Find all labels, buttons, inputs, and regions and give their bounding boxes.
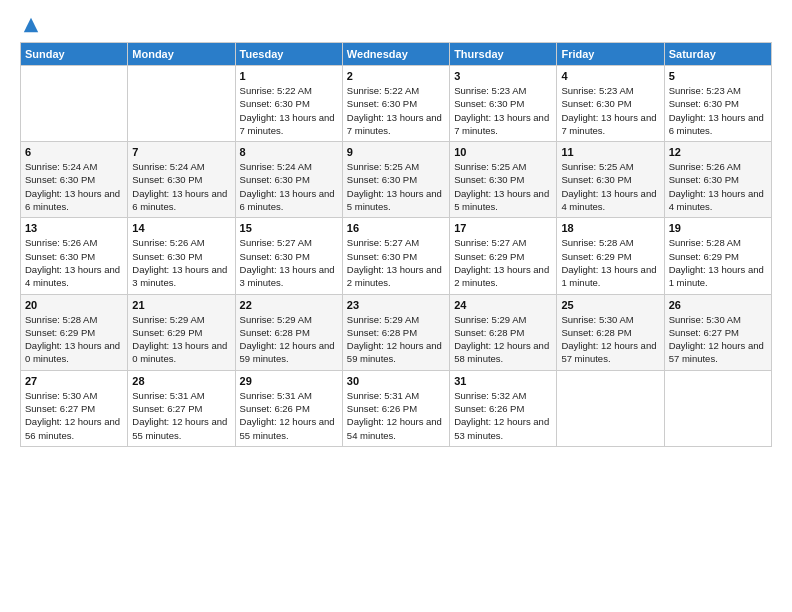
calendar-cell: 7Sunrise: 5:24 AM Sunset: 6:30 PM Daylig… <box>128 142 235 218</box>
day-info: Sunrise: 5:29 AM Sunset: 6:29 PM Dayligh… <box>132 313 230 366</box>
day-number: 23 <box>347 299 445 311</box>
day-info: Sunrise: 5:28 AM Sunset: 6:29 PM Dayligh… <box>561 236 659 289</box>
calendar-cell: 13Sunrise: 5:26 AM Sunset: 6:30 PM Dayli… <box>21 218 128 294</box>
calendar-cell: 6Sunrise: 5:24 AM Sunset: 6:30 PM Daylig… <box>21 142 128 218</box>
calendar-cell: 11Sunrise: 5:25 AM Sunset: 6:30 PM Dayli… <box>557 142 664 218</box>
day-info: Sunrise: 5:31 AM Sunset: 6:26 PM Dayligh… <box>347 389 445 442</box>
day-info: Sunrise: 5:24 AM Sunset: 6:30 PM Dayligh… <box>25 160 123 213</box>
day-number: 26 <box>669 299 767 311</box>
day-number: 7 <box>132 146 230 158</box>
day-number: 30 <box>347 375 445 387</box>
day-number: 24 <box>454 299 552 311</box>
calendar-week-row: 13Sunrise: 5:26 AM Sunset: 6:30 PM Dayli… <box>21 218 772 294</box>
day-number: 11 <box>561 146 659 158</box>
calendar-cell <box>557 370 664 446</box>
weekday-header-saturday: Saturday <box>664 43 771 66</box>
calendar-cell: 26Sunrise: 5:30 AM Sunset: 6:27 PM Dayli… <box>664 294 771 370</box>
day-number: 14 <box>132 222 230 234</box>
day-number: 4 <box>561 70 659 82</box>
day-number: 8 <box>240 146 338 158</box>
weekday-header-row: SundayMondayTuesdayWednesdayThursdayFrid… <box>21 43 772 66</box>
calendar-cell: 15Sunrise: 5:27 AM Sunset: 6:30 PM Dayli… <box>235 218 342 294</box>
logo <box>20 20 40 32</box>
calendar-cell: 9Sunrise: 5:25 AM Sunset: 6:30 PM Daylig… <box>342 142 449 218</box>
day-info: Sunrise: 5:28 AM Sunset: 6:29 PM Dayligh… <box>669 236 767 289</box>
weekday-header-monday: Monday <box>128 43 235 66</box>
day-info: Sunrise: 5:23 AM Sunset: 6:30 PM Dayligh… <box>561 84 659 137</box>
day-info: Sunrise: 5:31 AM Sunset: 6:27 PM Dayligh… <box>132 389 230 442</box>
day-number: 15 <box>240 222 338 234</box>
weekday-header-tuesday: Tuesday <box>235 43 342 66</box>
day-number: 31 <box>454 375 552 387</box>
calendar-table: SundayMondayTuesdayWednesdayThursdayFrid… <box>20 42 772 447</box>
calendar-cell: 28Sunrise: 5:31 AM Sunset: 6:27 PM Dayli… <box>128 370 235 446</box>
day-number: 13 <box>25 222 123 234</box>
calendar-cell: 19Sunrise: 5:28 AM Sunset: 6:29 PM Dayli… <box>664 218 771 294</box>
calendar-cell: 17Sunrise: 5:27 AM Sunset: 6:29 PM Dayli… <box>450 218 557 294</box>
day-number: 27 <box>25 375 123 387</box>
calendar-week-row: 6Sunrise: 5:24 AM Sunset: 6:30 PM Daylig… <box>21 142 772 218</box>
calendar-cell: 10Sunrise: 5:25 AM Sunset: 6:30 PM Dayli… <box>450 142 557 218</box>
day-info: Sunrise: 5:31 AM Sunset: 6:26 PM Dayligh… <box>240 389 338 442</box>
day-info: Sunrise: 5:27 AM Sunset: 6:30 PM Dayligh… <box>240 236 338 289</box>
svg-marker-0 <box>24 18 38 32</box>
weekday-header-thursday: Thursday <box>450 43 557 66</box>
page-header <box>20 20 772 32</box>
day-number: 22 <box>240 299 338 311</box>
calendar-week-row: 27Sunrise: 5:30 AM Sunset: 6:27 PM Dayli… <box>21 370 772 446</box>
day-number: 3 <box>454 70 552 82</box>
day-info: Sunrise: 5:30 AM Sunset: 6:27 PM Dayligh… <box>25 389 123 442</box>
day-number: 18 <box>561 222 659 234</box>
calendar-week-row: 20Sunrise: 5:28 AM Sunset: 6:29 PM Dayli… <box>21 294 772 370</box>
day-info: Sunrise: 5:29 AM Sunset: 6:28 PM Dayligh… <box>347 313 445 366</box>
day-info: Sunrise: 5:27 AM Sunset: 6:30 PM Dayligh… <box>347 236 445 289</box>
weekday-header-sunday: Sunday <box>21 43 128 66</box>
calendar-cell: 30Sunrise: 5:31 AM Sunset: 6:26 PM Dayli… <box>342 370 449 446</box>
day-number: 19 <box>669 222 767 234</box>
day-number: 9 <box>347 146 445 158</box>
calendar-cell: 14Sunrise: 5:26 AM Sunset: 6:30 PM Dayli… <box>128 218 235 294</box>
day-number: 16 <box>347 222 445 234</box>
calendar-cell: 27Sunrise: 5:30 AM Sunset: 6:27 PM Dayli… <box>21 370 128 446</box>
day-info: Sunrise: 5:24 AM Sunset: 6:30 PM Dayligh… <box>132 160 230 213</box>
weekday-header-wednesday: Wednesday <box>342 43 449 66</box>
calendar-cell: 12Sunrise: 5:26 AM Sunset: 6:30 PM Dayli… <box>664 142 771 218</box>
day-info: Sunrise: 5:23 AM Sunset: 6:30 PM Dayligh… <box>669 84 767 137</box>
day-number: 6 <box>25 146 123 158</box>
calendar-cell <box>21 66 128 142</box>
calendar-cell: 3Sunrise: 5:23 AM Sunset: 6:30 PM Daylig… <box>450 66 557 142</box>
calendar-cell: 20Sunrise: 5:28 AM Sunset: 6:29 PM Dayli… <box>21 294 128 370</box>
calendar-cell: 21Sunrise: 5:29 AM Sunset: 6:29 PM Dayli… <box>128 294 235 370</box>
day-number: 20 <box>25 299 123 311</box>
day-info: Sunrise: 5:24 AM Sunset: 6:30 PM Dayligh… <box>240 160 338 213</box>
calendar-cell: 29Sunrise: 5:31 AM Sunset: 6:26 PM Dayli… <box>235 370 342 446</box>
day-info: Sunrise: 5:26 AM Sunset: 6:30 PM Dayligh… <box>25 236 123 289</box>
day-info: Sunrise: 5:25 AM Sunset: 6:30 PM Dayligh… <box>454 160 552 213</box>
calendar-cell: 24Sunrise: 5:29 AM Sunset: 6:28 PM Dayli… <box>450 294 557 370</box>
day-info: Sunrise: 5:30 AM Sunset: 6:27 PM Dayligh… <box>669 313 767 366</box>
calendar-cell <box>128 66 235 142</box>
calendar-cell: 25Sunrise: 5:30 AM Sunset: 6:28 PM Dayli… <box>557 294 664 370</box>
calendar-week-row: 1Sunrise: 5:22 AM Sunset: 6:30 PM Daylig… <box>21 66 772 142</box>
calendar-cell: 23Sunrise: 5:29 AM Sunset: 6:28 PM Dayli… <box>342 294 449 370</box>
calendar-cell: 2Sunrise: 5:22 AM Sunset: 6:30 PM Daylig… <box>342 66 449 142</box>
day-number: 10 <box>454 146 552 158</box>
day-number: 29 <box>240 375 338 387</box>
day-info: Sunrise: 5:28 AM Sunset: 6:29 PM Dayligh… <box>25 313 123 366</box>
calendar-cell: 5Sunrise: 5:23 AM Sunset: 6:30 PM Daylig… <box>664 66 771 142</box>
calendar-cell: 22Sunrise: 5:29 AM Sunset: 6:28 PM Dayli… <box>235 294 342 370</box>
day-number: 28 <box>132 375 230 387</box>
calendar-cell: 4Sunrise: 5:23 AM Sunset: 6:30 PM Daylig… <box>557 66 664 142</box>
day-info: Sunrise: 5:23 AM Sunset: 6:30 PM Dayligh… <box>454 84 552 137</box>
day-number: 12 <box>669 146 767 158</box>
day-number: 17 <box>454 222 552 234</box>
day-number: 2 <box>347 70 445 82</box>
day-info: Sunrise: 5:27 AM Sunset: 6:29 PM Dayligh… <box>454 236 552 289</box>
day-info: Sunrise: 5:26 AM Sunset: 6:30 PM Dayligh… <box>669 160 767 213</box>
day-info: Sunrise: 5:29 AM Sunset: 6:28 PM Dayligh… <box>240 313 338 366</box>
calendar-cell: 18Sunrise: 5:28 AM Sunset: 6:29 PM Dayli… <box>557 218 664 294</box>
calendar-cell: 16Sunrise: 5:27 AM Sunset: 6:30 PM Dayli… <box>342 218 449 294</box>
calendar-cell: 1Sunrise: 5:22 AM Sunset: 6:30 PM Daylig… <box>235 66 342 142</box>
day-number: 21 <box>132 299 230 311</box>
day-number: 1 <box>240 70 338 82</box>
